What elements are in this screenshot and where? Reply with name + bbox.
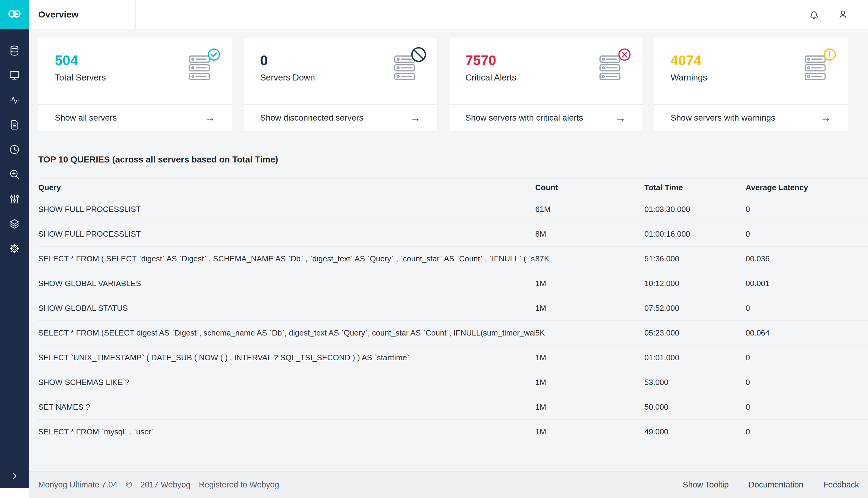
- top-queries-section-title: TOP 10 QUERIES (across all servers based…: [38, 155, 868, 165]
- document-icon: [9, 119, 21, 131]
- sidebar-item-replication[interactable]: [9, 218, 21, 230]
- total-time-cell: 07:52.000: [644, 296, 746, 321]
- gear-icon: [9, 243, 21, 254]
- card-warnings: 4074 Warnings: [654, 38, 848, 131]
- footer-links: Show Tooltip Documentation Feedback: [683, 480, 859, 489]
- avg-latency-cell: 00.036: [746, 247, 868, 271]
- table-row: SHOW FULL PROCESSLIST 61M 01:03:30.000 0: [38, 197, 868, 222]
- copyright-symbol: ©: [126, 480, 132, 489]
- query-cell: SELECT * FROM `mysql` . `user`: [38, 420, 535, 444]
- query-cell: SELECT `UNIX_TIMESTAMP` ( DATE_SUB ( NOW…: [38, 345, 535, 370]
- card-action-label: Show servers with critical alerts: [465, 113, 583, 123]
- show-warning-servers-link[interactable]: Show servers with warnings →: [654, 104, 848, 131]
- total-time-cell: 51:36.000: [644, 247, 746, 271]
- total-time-cell: 49.000: [644, 420, 746, 444]
- card-top: 4074 Warnings: [654, 38, 848, 104]
- query-cell: SHOW SCHEMAS LIKE ?: [38, 370, 535, 395]
- total-time-cell: 05:23.000: [644, 321, 746, 345]
- app-logo[interactable]: [0, 0, 29, 29]
- sidebar-item-events[interactable]: [9, 144, 21, 156]
- show-tooltip-link[interactable]: Show Tooltip: [683, 480, 729, 489]
- top-queries-table-wrap: Query Count Total Time Average Latency S…: [38, 178, 868, 444]
- total-time-cell: 01:01.000: [644, 345, 746, 370]
- table-row: SELECT * FROM (SELECT digest AS `Digest`…: [38, 321, 868, 345]
- count-cell: 1M: [535, 296, 644, 321]
- check-circle-icon: [208, 48, 221, 61]
- total-time-cell: 50.000: [644, 395, 746, 420]
- table-row: SHOW GLOBAL VARIABLES 1M 10:12.000 00.00…: [38, 271, 868, 296]
- count-cell: 1M: [535, 345, 644, 370]
- card-action-label: Show servers with warnings: [671, 113, 775, 123]
- count-cell: 8M: [535, 222, 644, 247]
- query-cell: SELECT * FROM ( SELECT `digest` AS `Dige…: [38, 247, 535, 271]
- show-critical-alert-servers-link[interactable]: Show servers with critical alerts →: [449, 104, 643, 131]
- table-row: SHOW SCHEMAS LIKE ? 1M 53.000 0: [38, 370, 868, 395]
- avg-latency-cell: 0: [746, 296, 868, 321]
- arrow-right-icon: →: [205, 112, 215, 124]
- count-cell: 5K: [535, 321, 644, 345]
- activity-icon: [9, 94, 21, 106]
- total-time-cell: 53.000: [644, 370, 746, 395]
- card-total-servers: 504 Total Servers: [38, 38, 232, 131]
- query-cell: SELECT * FROM (SELECT digest AS `Digest`…: [38, 321, 535, 345]
- page-title-box: Overview: [29, 0, 136, 29]
- table-row: SHOW FULL PROCESSLIST 8M 01:00:16.000 0: [38, 222, 868, 247]
- avg-latency-cell: 0: [746, 395, 868, 420]
- notifications-button[interactable]: [808, 9, 820, 20]
- column-header-average-latency: Average Latency: [746, 179, 868, 197]
- sidebar-item-tools[interactable]: [9, 193, 21, 205]
- sidebar-item-query-analyzer[interactable]: [9, 119, 21, 131]
- server-stack-icon: [597, 51, 627, 85]
- server-stack-icon: [186, 51, 216, 85]
- main-area: Overview: [29, 0, 868, 498]
- sidebar-item-dashboard[interactable]: [9, 69, 21, 81]
- avg-latency-cell: 0: [746, 197, 868, 222]
- blocked-circle-icon: [410, 46, 427, 63]
- show-disconnected-servers-link[interactable]: Show disconnected servers →: [243, 104, 437, 131]
- monyog-logo-icon: [6, 6, 23, 23]
- table-row: SELECT * FROM ( SELECT `digest` AS `Dige…: [38, 247, 868, 271]
- documentation-link[interactable]: Documentation: [749, 480, 803, 489]
- avg-latency-cell: 00.001: [746, 271, 868, 296]
- product-version: Monyog Ultimate 7.04: [38, 480, 118, 489]
- sidebar-item-monitors[interactable]: [9, 94, 21, 106]
- avg-latency-cell: 00.064: [746, 321, 868, 345]
- copyright-company: 2017 Webyog: [141, 480, 190, 489]
- avg-latency-cell: 0: [746, 345, 868, 370]
- topbar-actions: [808, 9, 868, 20]
- registered-to: Registered to Webyog: [199, 480, 279, 489]
- sliders-icon: [9, 193, 21, 205]
- query-cell: SHOW FULL PROCESSLIST: [38, 222, 535, 247]
- query-cell: SHOW FULL PROCESSLIST: [38, 197, 535, 222]
- sidebar-item-explain[interactable]: [9, 168, 21, 180]
- top-queries-table: Query Count Total Time Average Latency S…: [38, 178, 868, 444]
- monitor-icon: [9, 69, 21, 81]
- sidebar-item-settings[interactable]: [9, 243, 21, 254]
- server-stack-icon: [802, 51, 832, 85]
- column-header-query: Query: [38, 179, 535, 197]
- sidebar-item-servers[interactable]: [9, 44, 21, 57]
- server-stack-icon: [391, 51, 422, 85]
- table-row: SHOW GLOBAL STATUS 1M 07:52.000 0: [38, 296, 868, 321]
- card-action-label: Show disconnected servers: [260, 113, 363, 123]
- sidebar-nav: [9, 44, 21, 254]
- table-header-row: Query Count Total Time Average Latency: [38, 179, 868, 197]
- count-cell: 1M: [535, 395, 644, 420]
- feedback-link[interactable]: Feedback: [823, 480, 859, 489]
- card-top: 7570 Critical Alerts: [449, 38, 643, 104]
- count-cell: 1M: [535, 370, 644, 395]
- total-time-cell: 01:00:16.000: [644, 222, 746, 247]
- sidebar: [0, 0, 29, 498]
- total-time-cell: 10:12.000: [644, 271, 746, 296]
- page-title: Overview: [38, 9, 78, 19]
- monyog-overview-page: Overview: [0, 0, 868, 498]
- count-cell: 1M: [535, 271, 644, 296]
- card-critical-alerts: 7570 Critical Alerts: [449, 38, 643, 131]
- bell-icon: [808, 9, 820, 20]
- arrow-right-icon: →: [615, 112, 626, 124]
- arrow-right-icon: →: [820, 112, 831, 124]
- database-icon: [9, 44, 21, 57]
- show-all-servers-link[interactable]: Show all servers →: [38, 104, 232, 131]
- user-menu-button[interactable]: [837, 9, 849, 20]
- sidebar-expand-button[interactable]: [9, 471, 19, 481]
